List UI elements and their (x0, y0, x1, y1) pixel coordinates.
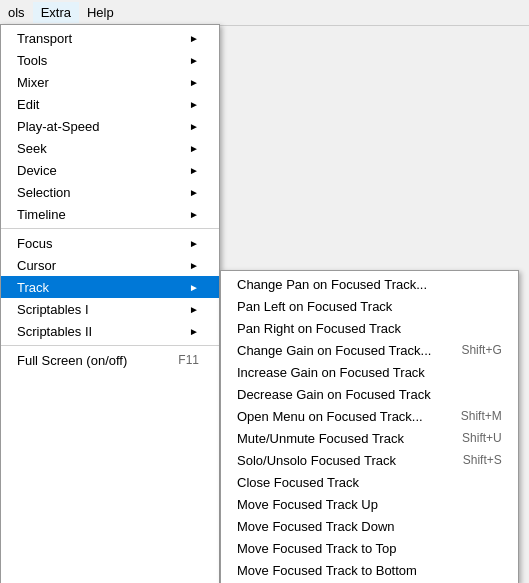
menubar-item-tools[interactable]: ols (0, 2, 33, 23)
submenu-item-pan-left[interactable]: Pan Left on Focused Track (221, 295, 518, 317)
submenu-item-increase-gain[interactable]: Increase Gain on Focused Track (221, 361, 518, 383)
menu-item-full-screen-shortcut: F11 (178, 353, 199, 367)
submenu-item-close-label: Close Focused Track (237, 475, 502, 490)
menu-item-play-at-speed[interactable]: Play-at-Speed ► (1, 115, 219, 137)
submenu-item-solo-label: Solo/Unsolo Focused Track (237, 453, 433, 468)
extra-menu-popup: Transport ► Tools ► Mixer ► Edit ► Play-… (0, 24, 220, 583)
submenu-item-open-menu[interactable]: Open Menu on Focused Track... Shift+M (221, 405, 518, 427)
submenu-item-change-pan-label: Change Pan on Focused Track... (237, 277, 472, 292)
submenu-item-move-bottom-label: Move Focused Track to Bottom (237, 563, 502, 578)
submenu-item-change-gain-shortcut: Shift+G (461, 343, 501, 357)
submenu-item-open-menu-shortcut: Shift+M (461, 409, 502, 423)
submenu-item-move-up[interactable]: Move Focused Track Up (221, 493, 518, 515)
menu-item-transport-arrow: ► (189, 33, 199, 44)
menu-item-edit-arrow: ► (189, 99, 199, 110)
menu-container: Transport ► Tools ► Mixer ► Edit ► Play-… (0, 24, 519, 583)
submenu-item-decrease-gain[interactable]: Decrease Gain on Focused Track (221, 383, 518, 405)
menu-item-play-at-speed-label: Play-at-Speed (17, 119, 179, 134)
menu-item-seek[interactable]: Seek ► (1, 137, 219, 159)
menu-item-mixer[interactable]: Mixer ► (1, 71, 219, 93)
submenu-item-open-menu-label: Open Menu on Focused Track... (237, 409, 431, 424)
menu-item-selection-label: Selection (17, 185, 179, 200)
menu-item-play-at-speed-arrow: ► (189, 121, 199, 132)
menu-item-scriptables-i-arrow: ► (189, 304, 199, 315)
submenu-item-mute[interactable]: Mute/Unmute Focused Track Shift+U (221, 427, 518, 449)
menu-item-scriptables-ii-arrow: ► (189, 326, 199, 337)
menu-item-timeline-arrow: ► (189, 209, 199, 220)
menu-item-scriptables-i[interactable]: Scriptables I ► (1, 298, 219, 320)
submenu-item-change-pan[interactable]: Change Pan on Focused Track... (221, 273, 518, 295)
menu-item-transport-label: Transport (17, 31, 179, 46)
submenu-item-solo[interactable]: Solo/Unsolo Focused Track Shift+S (221, 449, 518, 471)
menu-item-focus-arrow: ► (189, 238, 199, 249)
menubar: ols Extra Help (0, 0, 529, 26)
submenu-item-move-top-label: Move Focused Track to Top (237, 541, 502, 556)
submenu-item-move-bottom[interactable]: Move Focused Track to Bottom (221, 559, 518, 581)
track-submenu-popup: Change Pan on Focused Track... Pan Left … (220, 270, 519, 583)
submenu-item-mute-label: Mute/Unmute Focused Track (237, 431, 432, 446)
submenu-item-move-down[interactable]: Move Focused Track Down (221, 515, 518, 537)
menubar-item-help[interactable]: Help (79, 2, 122, 23)
menu-item-edit[interactable]: Edit ► (1, 93, 219, 115)
menu-item-tools-arrow: ► (189, 55, 199, 66)
menu-item-cursor-arrow: ► (189, 260, 199, 271)
menu-item-focus-label: Focus (17, 236, 179, 251)
submenu-item-change-gain-label: Change Gain on Focused Track... (237, 343, 431, 358)
submenu-item-pan-left-label: Pan Left on Focused Track (237, 299, 502, 314)
menu-item-timeline[interactable]: Timeline ► (1, 203, 219, 225)
submenu-item-close[interactable]: Close Focused Track (221, 471, 518, 493)
menu-item-tools[interactable]: Tools ► (1, 49, 219, 71)
menu-item-mixer-arrow: ► (189, 77, 199, 88)
submenu-item-increase-gain-label: Increase Gain on Focused Track (237, 365, 502, 380)
menu-item-focus[interactable]: Focus ► (1, 232, 219, 254)
submenu-item-move-top[interactable]: Move Focused Track to Top (221, 537, 518, 559)
submenu-item-move-down-label: Move Focused Track Down (237, 519, 502, 534)
menu-item-mixer-label: Mixer (17, 75, 179, 90)
submenu-item-pan-right[interactable]: Pan Right on Focused Track (221, 317, 518, 339)
menu-item-full-screen-label: Full Screen (on/off) (17, 353, 158, 368)
menu-item-scriptables-ii[interactable]: Scriptables II ► (1, 320, 219, 342)
menu-item-cursor[interactable]: Cursor ► (1, 254, 219, 276)
menu-item-scriptables-ii-label: Scriptables II (17, 324, 179, 339)
submenu-item-move-up-label: Move Focused Track Up (237, 497, 502, 512)
menu-item-seek-label: Seek (17, 141, 179, 156)
menu-item-seek-arrow: ► (189, 143, 199, 154)
menu-item-transport[interactable]: Transport ► (1, 27, 219, 49)
menu-item-selection[interactable]: Selection ► (1, 181, 219, 203)
submenu-item-mute-shortcut: Shift+U (462, 431, 502, 445)
menu-item-edit-label: Edit (17, 97, 179, 112)
menu-item-track-label: Track (17, 280, 179, 295)
submenu-item-solo-shortcut: Shift+S (463, 453, 502, 467)
menu-item-timeline-label: Timeline (17, 207, 179, 222)
submenu-item-change-gain[interactable]: Change Gain on Focused Track... Shift+G (221, 339, 518, 361)
submenu-item-decrease-gain-label: Decrease Gain on Focused Track (237, 387, 502, 402)
menu-item-selection-arrow: ► (189, 187, 199, 198)
separator-1 (1, 228, 219, 229)
menu-item-cursor-label: Cursor (17, 258, 179, 273)
menubar-item-extra[interactable]: Extra (33, 2, 79, 23)
separator-2 (1, 345, 219, 346)
menu-item-track-arrow: ► (189, 282, 199, 293)
menu-item-track[interactable]: Track ► (1, 276, 219, 298)
submenu-item-pan-right-label: Pan Right on Focused Track (237, 321, 502, 336)
menu-item-tools-label: Tools (17, 53, 179, 68)
menu-item-scriptables-i-label: Scriptables I (17, 302, 179, 317)
menu-item-device[interactable]: Device ► (1, 159, 219, 181)
menu-item-device-label: Device (17, 163, 179, 178)
menu-item-full-screen[interactable]: Full Screen (on/off) F11 (1, 349, 219, 371)
menu-item-device-arrow: ► (189, 165, 199, 176)
